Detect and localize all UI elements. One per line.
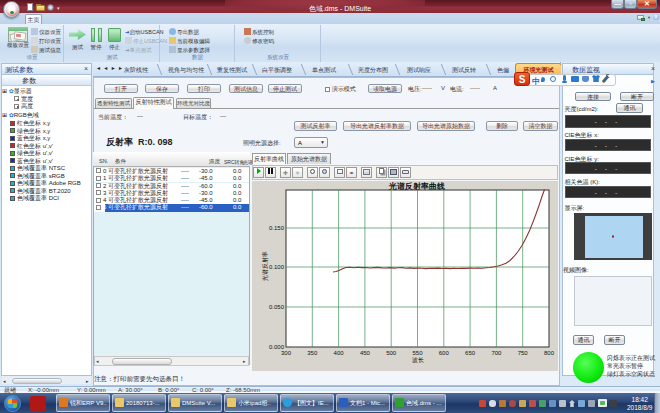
svg-text:0.100: 0.100 [269,264,285,270]
svg-text:400: 400 [334,350,345,356]
svg-text:光谱反射率: 光谱反射率 [261,251,269,282]
svg-text:700: 700 [491,350,502,356]
svg-text:0.050: 0.050 [269,304,285,310]
svg-text:0.150: 0.150 [269,225,285,231]
svg-text:300: 300 [281,350,292,356]
svg-text:800: 800 [544,350,555,356]
svg-text:600: 600 [439,350,450,356]
svg-text:550: 550 [412,350,423,356]
svg-text:波长: 波长 [412,357,424,363]
svg-text:450: 450 [360,350,371,356]
svg-text:650: 650 [465,350,476,356]
svg-text:350: 350 [307,350,318,356]
svg-text:500: 500 [386,350,397,356]
svg-text:750: 750 [518,350,529,356]
